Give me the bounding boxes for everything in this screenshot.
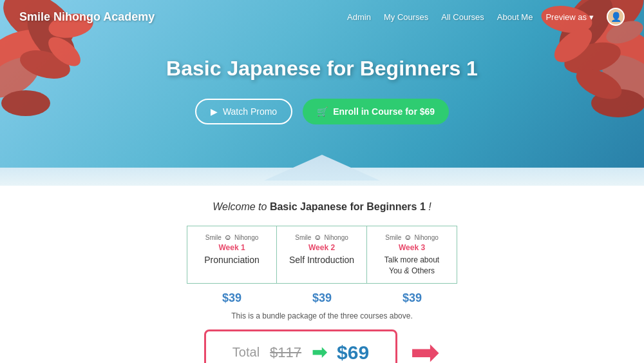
bundle-text: This is a bundle package of the three co… [26,311,618,320]
course-card-week2[interactable]: Smile ☺ Nihongo Week 2 Self Introduction [277,226,367,284]
card3-smiley-icon: ☺ [404,233,412,242]
preview-dropdown[interactable]: Preview as ▾ [545,12,594,22]
watch-promo-label: Watch Promo [223,106,277,117]
course-card-week1[interactable]: Smile ☺ Nihongo Week 1 Pronunciation [187,226,277,284]
enroll-button[interactable]: 🛒 Enroll in Course for $69 [303,99,449,124]
brand-logo[interactable]: Smile Nihongo Academy [19,10,155,24]
card2-week: Week 2 [285,243,359,252]
card1-logo: Smile ☺ Nihongo [195,233,269,242]
nav-links: Admin My Courses All Courses About Me Pr… [347,8,625,26]
card3-title: Talk more aboutYou & Others [375,255,449,277]
hero-title: Basic Japanese for Beginners 1 [166,57,478,81]
course-card-week3[interactable]: Smile ☺ Nihongo Week 3 Talk more aboutYo… [367,226,457,284]
avatar[interactable]: 👤 [607,8,625,26]
price-box: Total $117 ➡ $69 [204,329,397,363]
price-week1: $39 [187,289,277,308]
arrow-right-icon: ➡ [312,342,327,363]
big-arrow-icon: ⬅ [410,335,440,363]
price-week2: $39 [277,289,367,308]
card1-smiley-icon: ☺ [224,233,232,242]
welcome-text: Welcome to Basic Japanese for Beginners … [26,201,618,213]
card2-smiley-icon: ☺ [314,233,321,242]
price-box-container: Total $117 ➡ $69 ⬅ [26,329,618,363]
hero-buttons: ▶ Watch Promo 🛒 Enroll in Course for $69 [166,99,478,124]
hero-section: Smile Nihongo Academy Admin My Courses A… [0,0,644,168]
nav-about-me[interactable]: About Me [497,12,533,22]
new-price: $69 [337,342,369,363]
card3-logo: Smile ☺ Nihongo [375,233,449,242]
card2-logo: Smile ☺ Nihongo [285,233,359,242]
nav-my-courses[interactable]: My Courses [384,12,428,22]
welcome-course-name: Basic Japanese for Beginners 1 [270,201,426,212]
navbar: Smile Nihongo Academy Admin My Courses A… [0,0,644,34]
mountain-transition [0,168,644,186]
card1-week: Week 1 [195,243,269,252]
welcome-suffix: ! [428,201,431,212]
cart-icon: 🛒 [317,106,328,117]
old-price: $117 [270,344,301,361]
hero-content: Basic Japanese for Beginners 1 ▶ Watch P… [166,57,478,124]
total-label: Total [232,345,260,360]
nav-admin[interactable]: Admin [347,12,371,22]
enroll-label: Enroll in Course for $69 [333,106,435,117]
price-week3: $39 [367,289,457,308]
preview-label: Preview as [545,12,587,22]
card1-title: Pronunciation [195,255,269,265]
prices-row: $39 $39 $39 [26,289,618,308]
course-cards: Smile ☺ Nihongo Week 1 Pronunciation Smi… [26,226,618,284]
nav-all-courses[interactable]: All Courses [441,12,484,22]
watch-promo-button[interactable]: ▶ Watch Promo [195,99,292,124]
card3-week: Week 3 [375,243,449,252]
welcome-prefix: Welcome to [213,201,270,212]
dropdown-arrow-icon: ▾ [589,12,594,22]
main-content: Welcome to Basic Japanese for Beginners … [0,186,644,363]
play-icon: ▶ [211,106,218,117]
svg-point-6 [1,90,50,116]
card2-title: Self Introduction [285,255,359,265]
